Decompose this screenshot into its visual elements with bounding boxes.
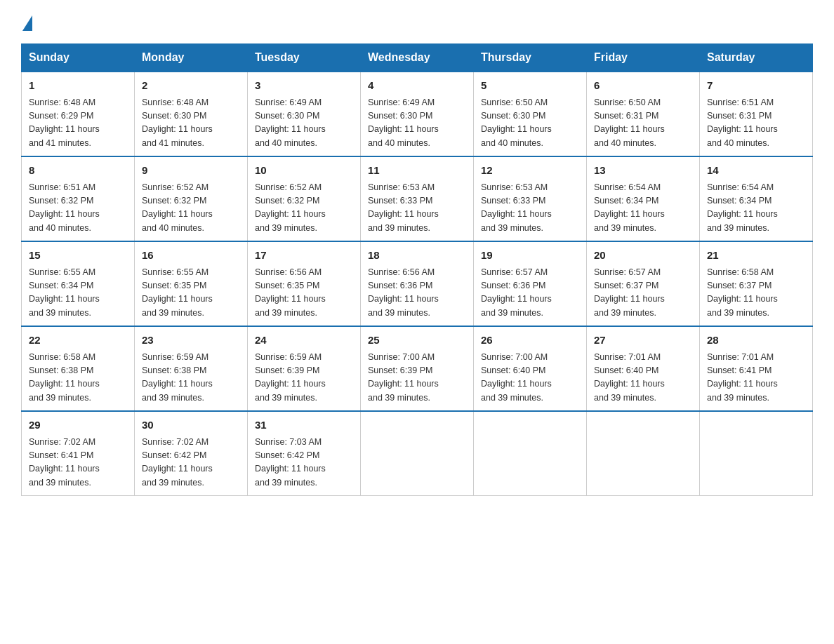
day-number: 6 (594, 78, 692, 94)
logo (21, 14, 32, 31)
day-number: 29 (29, 417, 127, 434)
day-info: Sunrise: 6:56 AMSunset: 6:36 PMDaylight:… (368, 266, 466, 321)
day-number: 15 (29, 248, 127, 264)
calendar-cell: 22 Sunrise: 6:58 AMSunset: 6:38 PMDaylig… (22, 326, 135, 411)
day-number: 16 (142, 248, 240, 264)
calendar-cell: 3 Sunrise: 6:49 AMSunset: 6:30 PMDayligh… (248, 72, 361, 156)
calendar-cell: 23 Sunrise: 6:59 AMSunset: 6:38 PMDaylig… (135, 326, 248, 411)
calendar-cell: 13 Sunrise: 6:54 AMSunset: 6:34 PMDaylig… (587, 156, 700, 241)
day-info: Sunrise: 7:00 AMSunset: 6:40 PMDaylight:… (481, 351, 579, 405)
day-number: 30 (142, 417, 240, 434)
calendar-cell: 31 Sunrise: 7:03 AMSunset: 6:42 PMDaylig… (248, 411, 361, 496)
calendar-cell: 4 Sunrise: 6:49 AMSunset: 6:30 PMDayligh… (361, 72, 474, 156)
day-info: Sunrise: 6:55 AMSunset: 6:35 PMDaylight:… (142, 266, 240, 321)
day-number: 10 (255, 163, 353, 179)
day-info: Sunrise: 6:50 AMSunset: 6:31 PMDaylight:… (594, 96, 692, 151)
calendar-cell: 12 Sunrise: 6:53 AMSunset: 6:33 PMDaylig… (474, 156, 587, 241)
week-row-3: 15 Sunrise: 6:55 AMSunset: 6:34 PMDaylig… (22, 241, 813, 326)
calendar-cell: 29 Sunrise: 7:02 AMSunset: 6:41 PMDaylig… (22, 411, 135, 496)
week-row-1: 1 Sunrise: 6:48 AMSunset: 6:29 PMDayligh… (22, 72, 813, 156)
day-info: Sunrise: 6:57 AMSunset: 6:37 PMDaylight:… (594, 266, 692, 321)
header-wednesday: Wednesday (361, 44, 474, 72)
day-number: 3 (255, 78, 353, 94)
day-info: Sunrise: 7:02 AMSunset: 6:41 PMDaylight:… (29, 436, 127, 490)
calendar-cell: 28 Sunrise: 7:01 AMSunset: 6:41 PMDaylig… (700, 326, 813, 411)
day-info: Sunrise: 7:00 AMSunset: 6:39 PMDaylight:… (368, 351, 466, 405)
calendar-cell: 17 Sunrise: 6:56 AMSunset: 6:35 PMDaylig… (248, 241, 361, 326)
calendar-cell: 10 Sunrise: 6:52 AMSunset: 6:32 PMDaylig… (248, 156, 361, 241)
day-number: 1 (29, 78, 127, 94)
day-number: 19 (481, 248, 579, 264)
day-number: 20 (594, 248, 692, 264)
calendar-cell: 25 Sunrise: 7:00 AMSunset: 6:39 PMDaylig… (361, 326, 474, 411)
calendar-cell: 15 Sunrise: 6:55 AMSunset: 6:34 PMDaylig… (22, 241, 135, 326)
calendar-cell: 27 Sunrise: 7:01 AMSunset: 6:40 PMDaylig… (587, 326, 700, 411)
day-number: 9 (142, 163, 240, 179)
calendar-cell: 24 Sunrise: 6:59 AMSunset: 6:39 PMDaylig… (248, 326, 361, 411)
day-number: 18 (368, 248, 466, 264)
calendar-cell: 7 Sunrise: 6:51 AMSunset: 6:31 PMDayligh… (700, 72, 813, 156)
days-header-row: SundayMondayTuesdayWednesdayThursdayFrid… (22, 44, 813, 72)
day-number: 5 (481, 78, 579, 94)
calendar-cell: 19 Sunrise: 6:57 AMSunset: 6:36 PMDaylig… (474, 241, 587, 326)
day-number: 24 (255, 333, 353, 349)
header-monday: Monday (135, 44, 248, 72)
calendar-cell: 2 Sunrise: 6:48 AMSunset: 6:30 PMDayligh… (135, 72, 248, 156)
header-tuesday: Tuesday (248, 44, 361, 72)
header-thursday: Thursday (474, 44, 587, 72)
page-header (21, 14, 813, 31)
day-number: 22 (29, 333, 127, 349)
calendar-cell: 6 Sunrise: 6:50 AMSunset: 6:31 PMDayligh… (587, 72, 700, 156)
header-sunday: Sunday (22, 44, 135, 72)
day-info: Sunrise: 6:59 AMSunset: 6:38 PMDaylight:… (142, 351, 240, 405)
calendar-cell: 20 Sunrise: 6:57 AMSunset: 6:37 PMDaylig… (587, 241, 700, 326)
calendar-cell: 30 Sunrise: 7:02 AMSunset: 6:42 PMDaylig… (135, 411, 248, 496)
day-number: 2 (142, 78, 240, 94)
calendar-cell: 5 Sunrise: 6:50 AMSunset: 6:30 PMDayligh… (474, 72, 587, 156)
day-number: 8 (29, 163, 127, 179)
week-row-4: 22 Sunrise: 6:58 AMSunset: 6:38 PMDaylig… (22, 326, 813, 411)
day-info: Sunrise: 6:51 AMSunset: 6:32 PMDaylight:… (29, 181, 127, 236)
day-info: Sunrise: 6:54 AMSunset: 6:34 PMDaylight:… (594, 181, 692, 236)
day-number: 25 (368, 333, 466, 349)
day-info: Sunrise: 7:03 AMSunset: 6:42 PMDaylight:… (255, 436, 353, 490)
day-number: 31 (255, 417, 353, 434)
calendar-cell: 14 Sunrise: 6:54 AMSunset: 6:34 PMDaylig… (700, 156, 813, 241)
calendar-cell (700, 411, 813, 496)
day-info: Sunrise: 6:48 AMSunset: 6:30 PMDaylight:… (142, 96, 240, 151)
day-info: Sunrise: 6:53 AMSunset: 6:33 PMDaylight:… (368, 181, 466, 236)
calendar-cell: 9 Sunrise: 6:52 AMSunset: 6:32 PMDayligh… (135, 156, 248, 241)
calendar-cell: 16 Sunrise: 6:55 AMSunset: 6:35 PMDaylig… (135, 241, 248, 326)
week-row-2: 8 Sunrise: 6:51 AMSunset: 6:32 PMDayligh… (22, 156, 813, 241)
day-info: Sunrise: 6:52 AMSunset: 6:32 PMDaylight:… (142, 181, 240, 236)
calendar-cell: 18 Sunrise: 6:56 AMSunset: 6:36 PMDaylig… (361, 241, 474, 326)
calendar-table: SundayMondayTuesdayWednesdayThursdayFrid… (21, 43, 813, 496)
calendar-cell: 21 Sunrise: 6:58 AMSunset: 6:37 PMDaylig… (700, 241, 813, 326)
day-number: 21 (707, 248, 805, 264)
header-saturday: Saturday (700, 44, 813, 72)
week-row-5: 29 Sunrise: 7:02 AMSunset: 6:41 PMDaylig… (22, 411, 813, 496)
calendar-cell: 26 Sunrise: 7:00 AMSunset: 6:40 PMDaylig… (474, 326, 587, 411)
day-number: 7 (707, 78, 805, 94)
day-info: Sunrise: 6:50 AMSunset: 6:30 PMDaylight:… (481, 96, 579, 151)
day-info: Sunrise: 7:01 AMSunset: 6:41 PMDaylight:… (707, 351, 805, 405)
calendar-cell: 1 Sunrise: 6:48 AMSunset: 6:29 PMDayligh… (22, 72, 135, 156)
header-friday: Friday (587, 44, 700, 72)
calendar-cell (587, 411, 700, 496)
day-info: Sunrise: 6:51 AMSunset: 6:31 PMDaylight:… (707, 96, 805, 151)
day-info: Sunrise: 6:59 AMSunset: 6:39 PMDaylight:… (255, 351, 353, 405)
day-info: Sunrise: 6:58 AMSunset: 6:37 PMDaylight:… (707, 266, 805, 321)
day-info: Sunrise: 7:02 AMSunset: 6:42 PMDaylight:… (142, 436, 240, 490)
calendar-cell: 8 Sunrise: 6:51 AMSunset: 6:32 PMDayligh… (22, 156, 135, 241)
day-info: Sunrise: 6:49 AMSunset: 6:30 PMDaylight:… (255, 96, 353, 151)
day-number: 23 (142, 333, 240, 349)
day-info: Sunrise: 6:55 AMSunset: 6:34 PMDaylight:… (29, 266, 127, 321)
day-number: 12 (481, 163, 579, 179)
day-number: 11 (368, 163, 466, 179)
calendar-cell (474, 411, 587, 496)
day-info: Sunrise: 7:01 AMSunset: 6:40 PMDaylight:… (594, 351, 692, 405)
day-number: 28 (707, 333, 805, 349)
day-info: Sunrise: 6:56 AMSunset: 6:35 PMDaylight:… (255, 266, 353, 321)
day-info: Sunrise: 6:58 AMSunset: 6:38 PMDaylight:… (29, 351, 127, 405)
day-number: 4 (368, 78, 466, 94)
